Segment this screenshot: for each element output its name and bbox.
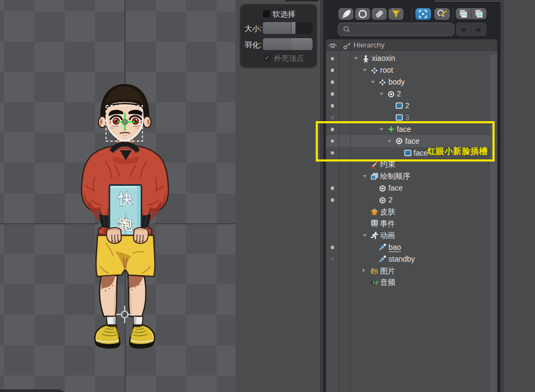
toolbar-separator — [412, 8, 412, 20]
tree-row-root[interactable]: root — [326, 65, 497, 76]
top-panel-tab[interactable] — [284, 0, 319, 2]
size-slider-track — [296, 22, 312, 34]
expand-down-icon[interactable] — [379, 93, 384, 95]
size-slider[interactable] — [263, 22, 312, 34]
visibility-dot[interactable] — [331, 198, 335, 202]
soft-select-label: 软选择 — [273, 10, 295, 19]
visibility-dot[interactable] — [331, 246, 335, 249]
hierarchy-window: xiaoxinrootbody223facefaceface约束绘制顺序face… — [319, 0, 501, 392]
tree-row-xiaoxin[interactable]: xiaoxin — [326, 53, 497, 65]
feather-slider[interactable] — [263, 38, 312, 50]
hierarchy-tree: xiaoxinrootbody223facefaceface约束绘制顺序face… — [326, 39, 497, 392]
tree-row-body[interactable]: body — [326, 76, 497, 88]
image-icon — [395, 114, 403, 121]
expand-down-icon[interactable] — [371, 81, 375, 83]
pen-tool-button[interactable] — [338, 8, 353, 20]
draworder-icon — [371, 173, 378, 180]
scrollbar-thumb[interactable] — [490, 54, 497, 392]
right-edge-area — [501, 0, 535, 392]
forward-arrow-icon — [473, 24, 485, 36]
forward-button[interactable] — [471, 23, 486, 36]
pen-icon — [340, 8, 352, 20]
expand-down-icon[interactable] — [363, 175, 367, 178]
tree-row-皮肤[interactable]: 皮肤 — [326, 206, 497, 218]
toolbar-separator-2 — [453, 8, 453, 20]
visibility-dot[interactable] — [331, 186, 335, 190]
tree-row-绘制顺序[interactable]: 绘制顺序 — [326, 171, 497, 183]
key-icon[interactable] — [343, 41, 351, 50]
visibility-eye-icon[interactable] — [328, 41, 337, 49]
paperclip-icon — [373, 8, 385, 20]
skin-icon — [371, 208, 378, 216]
history-nav-buttons — [456, 23, 487, 36]
slot-icon — [379, 197, 386, 204]
window-minus-icon — [457, 8, 469, 20]
tree-label: 2 — [388, 195, 393, 204]
expand-right-icon[interactable] — [363, 268, 365, 272]
anim-clip-icon — [379, 243, 386, 251]
visibility-dot[interactable] — [331, 80, 335, 84]
collapse-window-button[interactable] — [456, 8, 471, 20]
tree-row-bao[interactable]: bao — [326, 241, 497, 253]
hull-vertices-label: 外壳顶点 — [274, 54, 304, 64]
visibility-dot[interactable] — [331, 116, 335, 120]
tree-row-音频[interactable]: 音频 — [326, 277, 497, 289]
bone-icon — [379, 79, 386, 86]
hierarchy-title: Hierarchy — [353, 41, 385, 49]
slot-icon — [387, 90, 395, 98]
event-icon — [371, 220, 378, 227]
feather-label: 羽化: — [244, 40, 262, 50]
slot-icon — [379, 185, 386, 192]
tree-label: root — [380, 66, 393, 74]
feather-slider-handle[interactable] — [291, 38, 312, 50]
expand-down-icon[interactable] — [354, 57, 358, 60]
anim-clip-icon — [379, 255, 386, 263]
frame-selection-button[interactable] — [415, 8, 431, 20]
tree-row-图片[interactable]: 图片 — [326, 265, 497, 277]
filter-tool-button[interactable] — [388, 8, 404, 20]
skeleton-icon — [362, 55, 370, 62]
soft-selection-panel: 软选择 大小: 羽化: ✓ 外壳顶点 — [240, 4, 317, 67]
viewport-canvas[interactable]: 快 跑 — [0, 0, 235, 392]
paperclip-tool-button[interactable] — [372, 8, 387, 20]
size-slider-handle[interactable] — [291, 22, 296, 34]
hierarchy-search — [338, 23, 454, 36]
expand-down-icon[interactable] — [363, 234, 367, 237]
tree-row-2[interactable]: 2 — [326, 88, 497, 100]
bottom-panel-tab[interactable] — [0, 389, 65, 392]
character-shoes — [95, 325, 155, 348]
tree-label: 2 — [405, 101, 409, 110]
size-label: 大小: — [244, 24, 262, 34]
size-slider-fill — [263, 22, 291, 34]
spine-editor-window: 快 跑 — [0, 0, 535, 392]
tree-label: bao — [388, 243, 401, 253]
top-tab-edge — [435, 0, 501, 2]
expand-down-icon[interactable] — [363, 69, 367, 72]
window-left-band — [319, 0, 323, 392]
column-separator — [350, 39, 351, 392]
tree-label: body — [388, 78, 405, 86]
visibility-dot[interactable] — [331, 104, 335, 108]
circle-icon — [357, 8, 369, 20]
tree-row-standby[interactable]: standby — [326, 253, 497, 265]
soft-select-checkbox[interactable] — [263, 10, 270, 17]
tree-row-动画[interactable]: 动画 — [326, 229, 497, 241]
constraint-icon — [371, 161, 378, 169]
hull-vertices-check-icon[interactable]: ✓ — [263, 54, 270, 61]
expand-window-button[interactable] — [471, 8, 486, 20]
tree-row-face[interactable]: face — [326, 183, 497, 194]
tree-row-事件[interactable]: 事件 — [326, 218, 497, 229]
back-button[interactable] — [456, 23, 471, 36]
character-shorts — [96, 228, 155, 277]
tree-row-2[interactable]: 2 — [326, 194, 497, 206]
search-input[interactable] — [353, 24, 450, 34]
search-edit-button[interactable] — [434, 8, 450, 20]
hierarchy-header: Hierarchy — [326, 39, 497, 51]
circle-tool-button[interactable] — [355, 8, 370, 20]
tree-row-2[interactable]: 2 — [326, 100, 497, 111]
visibility-dot[interactable] — [331, 57, 335, 61]
visibility-dot[interactable] — [331, 92, 335, 96]
visibility-dot[interactable] — [331, 68, 335, 72]
back-arrow-icon — [457, 24, 469, 36]
visibility-dot[interactable] — [331, 257, 335, 261]
